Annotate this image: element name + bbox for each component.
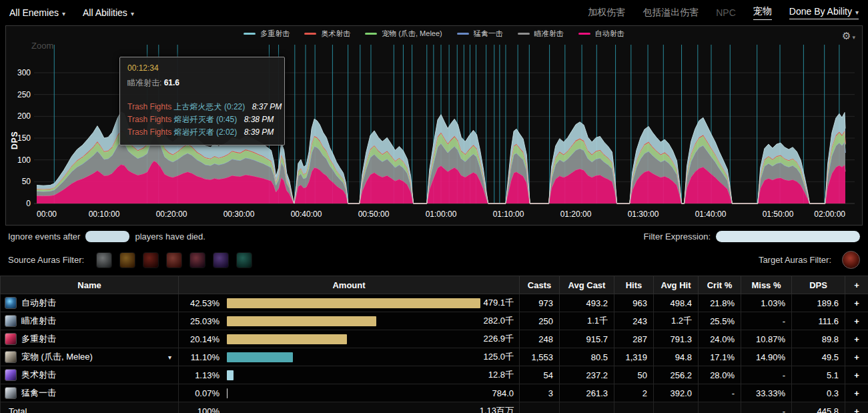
col-header-avg-hit[interactable]: Avg Hit (654, 276, 699, 294)
target-aura-skull-icon[interactable] (842, 251, 860, 269)
ability-link[interactable]: 自动射击 (21, 297, 56, 309)
dps-chart-panel: 多重射击奥术射击宠物 (爪击, Melee)猛禽一击瞄准射击自动射击 Zoom … (5, 25, 863, 226)
col-header-miss[interactable]: Miss % (741, 276, 792, 294)
multi-shot-icon (5, 333, 17, 345)
svg-text:300: 300 (17, 68, 31, 77)
amount-percent: 11.10% (179, 352, 220, 362)
avg-hit-cell: 791.3 (654, 330, 699, 348)
ignore-events-label-after: players have died. (135, 232, 205, 242)
ability-link[interactable]: 奥术射击 (21, 369, 56, 381)
table-total-row: Total 100%1.13百万 - 445.8 + (1, 402, 868, 413)
col-header-expand[interactable]: + (845, 276, 868, 294)
crit-cell: 21.8% (699, 294, 741, 312)
auto-shot-icon (5, 297, 17, 309)
col-header-crit[interactable]: Crit % (699, 276, 741, 294)
ability-link[interactable]: 瞄准射击 (21, 315, 56, 327)
hits-cell: 1,319 (614, 348, 654, 366)
caret-down-icon: ▾ (62, 10, 65, 17)
enemies-dropdown[interactable]: All Enemies▾ (9, 7, 65, 18)
svg-text:00:10:00: 00:10:00 (89, 210, 120, 219)
avg-hit-cell: 256.2 (654, 366, 699, 384)
table-row: 多重射击 20.14%226.9千 248 915.7 287 791.3 24… (1, 330, 868, 348)
legend-item[interactable]: 自动射击 (578, 29, 624, 39)
fight-prefix: Trash Fights (127, 115, 171, 124)
chart-settings-button[interactable]: ⚙▾ (842, 30, 855, 42)
miss-cell: - (741, 312, 792, 330)
ability-link[interactable]: 多重射击 (21, 333, 56, 345)
aimed-shot-icon (5, 315, 17, 327)
deaths-count-input[interactable] (85, 231, 129, 242)
col-header-avg-cast[interactable]: Avg Cast (560, 276, 614, 294)
table-row: 自动射击 42.53%479.1千 973 493.2 963 498.4 21… (1, 294, 868, 312)
purple-flask-buff-icon[interactable] (213, 252, 229, 268)
zoom-label: Zoom (31, 41, 53, 51)
npc-toggle[interactable]: NPC (716, 7, 736, 18)
avg-hit-cell: 94.8 (654, 348, 699, 366)
arcane-shot-icon (5, 369, 17, 381)
miss-cell: 14.90% (741, 348, 792, 366)
teal-creature-buff-icon[interactable] (236, 252, 252, 268)
svg-text:150: 150 (17, 133, 31, 143)
weighted-damage-toggle[interactable]: 加权伤害 (588, 7, 625, 19)
filter-expression-label: Filter Expression: (644, 232, 711, 242)
legend-label: 多重射击 (260, 29, 290, 39)
legend-item[interactable]: 奥术射击 (304, 29, 350, 39)
col-header-amount[interactable]: Amount (179, 276, 520, 294)
svg-text:01:40:00: 01:40:00 (695, 210, 727, 219)
amount-value: 784.0 (492, 388, 518, 398)
table-row: 猛禽一击 0.07%784.0 3 261.3 2 392.0 - 33.33%… (1, 384, 868, 402)
col-header-hits[interactable]: Hits (614, 276, 654, 294)
legend-item[interactable]: 多重射击 (244, 29, 290, 39)
crimson-figure-buff-icon[interactable] (189, 252, 205, 268)
amount-value: 479.1千 (483, 297, 518, 309)
avg-cast-cell: 261.3 (560, 384, 614, 402)
svg-text:00:30:00: 00:30:00 (224, 210, 255, 219)
legend-item[interactable]: 宠物 (爪击, Melee) (365, 29, 442, 39)
casts-cell: 248 (520, 330, 560, 348)
red-potion-buff-icon[interactable] (166, 252, 182, 268)
done-by-ability-dropdown[interactable]: Done By Ability▾ (789, 6, 859, 19)
expand-row-button[interactable]: + (845, 312, 868, 330)
avg-hit-cell (654, 402, 699, 413)
red-beast-buff-icon[interactable] (143, 252, 159, 268)
casts-cell (520, 402, 560, 413)
expand-row-button[interactable]: + (845, 402, 868, 413)
col-header-dps[interactable]: DPS (792, 276, 845, 294)
fight-prefix: Trash Fights (127, 102, 171, 111)
amount-value: 1.13百万 (480, 405, 518, 413)
amount-bar (227, 316, 376, 326)
amount-percent: 1.13% (179, 370, 220, 380)
col-header-name[interactable]: Name (1, 276, 179, 294)
expand-row-button[interactable]: + (845, 294, 868, 312)
svg-text:250: 250 (17, 90, 31, 99)
dps-cell: 0.3 (792, 384, 845, 402)
expand-row-button[interactable]: + (845, 330, 868, 348)
ability-link[interactable]: 宠物 (爪击, Melee) (21, 351, 93, 363)
orange-helm-buff-icon[interactable] (119, 252, 135, 268)
source-aura-icons (96, 252, 252, 268)
ignore-events-label-before: Ignore events after (8, 232, 80, 242)
svg-text:00:40:00: 00:40:00 (291, 210, 322, 219)
expand-row-button[interactable]: + (845, 348, 868, 366)
amount-bar (227, 298, 480, 308)
pet-dropdown-caret-icon[interactable]: ▾ (168, 354, 171, 361)
expand-row-button[interactable]: + (845, 384, 868, 402)
ability-link[interactable]: 猛禽一击 (21, 387, 56, 399)
abilities-dropdown[interactable]: All Abilities▾ (83, 7, 134, 18)
casts-cell: 1,553 (520, 348, 560, 366)
pets-toggle[interactable]: 宠物 (753, 5, 772, 20)
svg-text:02:00:00: 02:00:00 (814, 210, 845, 219)
filter-expression-input[interactable] (716, 231, 860, 242)
miss-cell: 1.03% (741, 294, 792, 312)
include-overkill-toggle[interactable]: 包括溢出伤害 (642, 7, 699, 19)
caret-down-icon: ▾ (855, 9, 859, 16)
svg-text:0: 0 (26, 199, 31, 208)
miss-cell: 33.33% (741, 384, 792, 402)
legend-item[interactable]: 猛禽一击 (457, 29, 503, 39)
crit-cell: 28.0% (699, 366, 741, 384)
legend-item[interactable]: 瞄准射击 (518, 29, 564, 39)
col-header-casts[interactable]: Casts (520, 276, 560, 294)
expand-row-button[interactable]: + (845, 366, 868, 384)
avg-cast-cell: 493.2 (560, 294, 614, 312)
gray-feather-buff-icon[interactable] (96, 252, 112, 268)
